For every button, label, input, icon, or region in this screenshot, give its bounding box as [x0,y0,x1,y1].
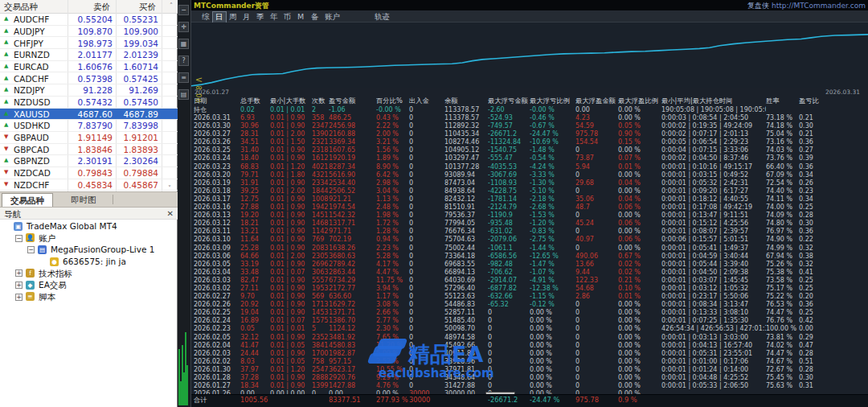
table-row[interactable]: 2026.03.0433.480.01 | 0.0730632863.444.4… [194,269,868,277]
table-row[interactable]: 2026.02.2416.890.01 | 0.0715751386.702.7… [194,317,868,325]
total-row[interactable]: 合计1005.5683377.51277.93 %30000-26671.2-2… [191,395,868,407]
cell: 5.94 [575,163,618,171]
cell: 0 [409,105,444,114]
table-row[interactable]: 2026.03.1931.910.01 | 0.9023342534.402.9… [194,179,868,187]
cell: 0.21 [799,130,868,138]
expand-icon[interactable]: + [15,269,23,277]
nav-tree-item[interactable]: ▣TradeMax Global MT4 [0,220,178,232]
table-row[interactable]: 2026.03.2634.510.01 | 1.5023213369.343.2… [194,138,868,146]
nav-tree-item[interactable]: −▤MegaFusionGroup-Live 1 [0,244,178,256]
market-watch-row[interactable]: ▼NZDCAD0.798430.79884 [0,167,178,179]
table-row[interactable]: 2026.03.316.930.01 | 0.90358486.250.43 %… [194,114,868,122]
table-row[interactable]: 2026.01.2718.340.01 | 0.9013991427.884.7… [194,382,868,390]
cell: 0.01 | 0.90 [270,245,312,253]
market-watch-row[interactable]: ▲EURCAD1.606761.60714 [0,61,178,73]
market-watch-row[interactable]: ▲NZDUSD0.574320.57450 [0,97,178,109]
market-watch-row[interactable]: ▲USDHKD7.837907.83998 [0,120,178,132]
market-watch-row[interactable]: ▲XAUUSD4687.604687.89 [0,109,178,121]
holding-row[interactable]: 持仓0.020.01 | 0.012-1.06-0.00 %0113378.57… [194,105,868,114]
table-row[interactable]: 2026.03.1011.640.01 | 0.90769702.190.94 … [194,236,868,244]
menu-item-备[interactable]: 备 [309,12,321,23]
table-row[interactable]: 2026.03.2368.830.01 | 1.2040218287.348.9… [194,163,868,171]
table-row[interactable]: 2026.03.0382.470.01 | 0.9055576734.2911.… [194,277,868,285]
table-row[interactable]: 2026.03.1712.750.01 | 0.901008921.211.13… [194,195,868,204]
window-titlebar[interactable]: MTCommander资管 复盘侠 http://MTCommander.com [191,0,868,10]
table-row[interactable]: 2026.03.1113.210.01 | 0.901142971.711.28… [194,228,868,236]
daily-stats-table: 日期总手数最小|大手数次数盈亏金额百分比%出入金余额最大浮亏金额最大浮亏比例最大… [194,96,868,398]
market-watch-row[interactable]: ▲CADCHF0.573980.57425 [0,72,178,84]
table-row[interactable]: 2026.02.0324.440.01 | 0.9017001982.875.0… [194,350,868,358]
cell: 0:00:05 | 0:06:54 | 2:29:23 [661,138,766,146]
cell: 0.01 | 0.90 [270,122,312,130]
navigator-tree: ▣TradeMax Global MT4−👤账户−▤MegaFusionGrou… [0,220,178,302]
tab-symbols[interactable]: 交易品种 [2,193,53,208]
cell: 74.47 % [766,350,799,358]
table-row[interactable]: 2026.02.230.050.01 | 0.0151124.122.30 %0… [194,325,868,333]
cell: 104905.12 [444,146,488,154]
nav-tree-item[interactable]: +f技术指标 [0,267,178,279]
expand-icon[interactable]: + [15,294,23,301]
menu-item-月[interactable]: 月 [240,12,253,23]
menu-item-账户[interactable]: 账户 [322,12,342,23]
table-row[interactable]: 2026.03.2531.400.01 | 0.9023181607.651.5… [194,146,868,154]
column-header: 总手数 [240,96,270,105]
menu-item-季[interactable]: 季 [254,12,267,23]
market-watch-row[interactable]: ▲AUDJPY109.870109.900 [0,26,178,38]
table-row[interactable]: 2026.02.279.700.01 | 0.90569636.601.17 %… [194,293,868,301]
menu-item-综[interactable]: 综 [199,12,212,23]
market-watch-row[interactable]: ▲AUDCHF0.552040.55231 [0,14,178,26]
bid-value: 0.57398 [78,74,113,84]
table-row[interactable]: 2026.02.2620.920.01 | 0.9017131629.723.0… [194,301,868,309]
menu-item-轨迹[interactable]: 轨迹 [372,12,392,23]
market-watch-row[interactable]: ▼NZDCHF0.458340.45867 [0,179,178,191]
table-row[interactable]: 2026.03.0664.660.01 | 2.0023053680.635.2… [194,253,868,261]
market-watch-row[interactable]: ▲EURNZD2.011772.01239 [0,49,178,61]
cell: 2696 [312,261,329,269]
table-row[interactable]: 2026.03.1627.880.01 | 0.9019421974.542.4… [194,204,868,212]
table-row[interactable]: 2026.03.2418.400.01 | 0.9016121920.191.8… [194,154,868,162]
table-row[interactable]: 2026.03.3030.960.01 | 0.9023472456.982.2… [194,122,868,130]
table-row[interactable]: 2026.01.2837.280.01 | 0.9028882920.769.2… [194,374,868,382]
nav-tree-item[interactable]: +◆EA交易 [0,279,178,291]
cell: 2456.98 [329,122,376,130]
table-row[interactable]: 2026.02.0441.470.01 | 0.0538414580.8311.… [194,342,868,350]
market-watch-row[interactable]: ▼GBPCAD1.838461.83893 [0,144,178,156]
table-row[interactable]: 2026.03.0925.280.01 | 0.9020831638.262.2… [194,245,868,253]
menu-item-周[interactable]: 周 [227,12,240,23]
menu-item-M[interactable]: M [295,12,306,21]
column-header: 最小|平均|最大持仓时间 [661,96,766,105]
market-watch-row[interactable]: ▼GBPAUD1.911491.91201 [0,132,178,144]
collapse-icon[interactable]: − [27,246,35,253]
table-row[interactable]: 2026.03.0227.110.01 | 0.9019532172.773.9… [194,285,868,293]
menu-item-币[interactable]: 币 [281,12,294,23]
table-row[interactable]: 2026.03.2079.710.01 | 1.8043215616.906.4… [194,171,868,179]
menu-item-日[interactable]: 日 [213,12,226,23]
cell: 0:00:01 | 0:09:20 | 6:17:27 [661,187,766,195]
scroll-up-icon[interactable]: ˄ [170,2,173,10]
cell: 0:00:01 | 0:13:47 | 9:11:51 [661,212,766,220]
table-row[interactable]: 2026.03.0533.190.01 | 0.9026962789.424.1… [194,261,868,269]
market-watch-row[interactable]: ▲NZDJPY91.22891.269 [0,84,178,97]
cell: 0.05 [240,325,270,333]
close-icon[interactable]: ✕ [167,209,174,218]
table-row[interactable]: 2026.01.3037.970.01 | 1.2025473623.1710.… [194,366,868,374]
equity-chart[interactable] [191,23,868,88]
expand-icon[interactable]: + [15,282,23,289]
table-row[interactable]: 2026.02.028.030.01 | 0.05758957.152.52 %… [194,358,868,366]
cell: 75.22 % [766,293,799,301]
market-watch-row[interactable]: ▲CHFJPY198.973199.034 [0,37,178,49]
nav-tree-item[interactable]: ●6636575: jin ja [0,256,178,268]
nav-tree-item[interactable]: −👤账户 [0,232,178,245]
cell: 27.11 [240,285,270,293]
table-row[interactable]: 2026.02.0532.120.01 | 0.9023523481.927.6… [194,334,868,342]
menu-item-年[interactable]: 年 [268,12,280,23]
collapse-icon[interactable]: − [15,235,23,242]
table-row[interactable]: 2026.02.2519.040.01 | 0.9014531371.712.6… [194,309,868,317]
nav-tree-item[interactable]: +≡脚本 [0,291,178,303]
market-watch-row[interactable]: ▲GBPNZD2.301912.30264 [0,155,178,167]
table-row[interactable]: 2026.03.2728.310.01 | 2.0013902160.882.0… [194,130,868,138]
table-row[interactable]: 2026.03.1319.200.01 | 0.9014511542.321.9… [194,212,868,220]
table-row[interactable]: 2026.03.1839.250.01 | 2.0018442506.523.0… [194,187,868,195]
table-row[interactable]: 2026.03.1218.210.01 | 0.9014681317.711.7… [194,220,868,228]
tab-tick-chart[interactable]: 即时图 [63,193,104,208]
